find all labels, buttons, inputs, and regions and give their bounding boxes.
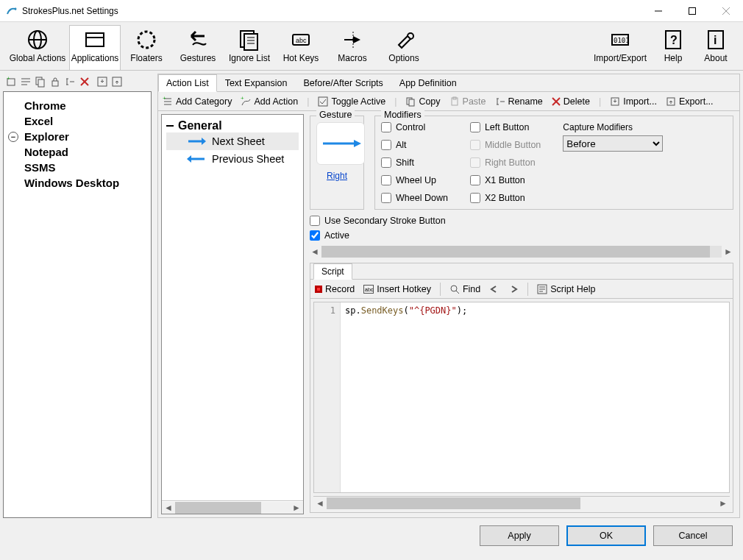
app-windows-desktop[interactable]: Windows Desktop [4,175,151,191]
app-sidebar: + ChromeExcel−ExplorerNotepadSSMSWindows… [3,74,152,518]
ribbon-applications[interactable]: Applications [69,25,121,70]
capture-select[interactable]: Before [563,135,663,152]
import-button[interactable]: Import... [610,96,657,107]
ribbon-help[interactable]: ?Help [652,26,694,70]
lock-icon[interactable] [49,75,62,88]
ribbon-global-actions[interactable]: Global Actions [6,26,69,70]
app-label: SSMS [24,161,56,174]
add-app-icon[interactable]: + [4,75,18,88]
x1-button-checkbox[interactable]: X1 Button [470,175,541,185]
content-panel: Action ListText ExpansionBefore/After Sc… [157,74,740,518]
ribbon-import-export[interactable]: 0101Import/Export [589,26,652,70]
svg-marker-19 [353,36,360,43]
ribbon-about[interactable]: iAbout [694,26,737,70]
delete-button[interactable]: Delete [552,96,590,107]
ribbon-macros[interactable]: Macros [327,26,378,70]
export-button[interactable]: Export... [666,96,714,107]
floaters-icon [135,27,157,52]
app-label: Excel [24,115,53,127]
svg-text:abc: abc [365,287,374,292]
app-label: Notepad [24,146,68,158]
insert-hotkey-button[interactable]: abcInsert Hotkey [363,284,431,294]
app-chrome[interactable]: Chrome [4,98,151,113]
active-checkbox[interactable]: Active [310,230,733,241]
tab-app-definition[interactable]: App Definition [391,74,465,91]
collapse-icon[interactable]: − [8,132,18,142]
delete-app-icon[interactable] [78,75,91,88]
find-next-button[interactable] [508,285,519,294]
copy-button[interactable]: Copy [405,96,440,107]
record-button[interactable]: Record [315,284,355,294]
ribbon-label: Ignore List [229,53,270,63]
collapse-icon[interactable] [166,125,174,127]
gesture-legend: Gesture [316,110,355,120]
ribbon-options[interactable]: Options [378,26,430,70]
ribbon-ignore-list[interactable]: Ignore List [224,26,275,70]
ok-button[interactable]: OK [566,525,646,546]
shift-checkbox[interactable]: Shift [381,157,448,168]
script-help-button[interactable]: Script Help [537,284,595,294]
ribbon-floaters[interactable]: Floaters [121,26,172,70]
scroll-right-icon[interactable]: ► [290,502,303,514]
action-tree[interactable]: General Next SheetPrevious Sheet ◄ ► [161,114,304,514]
maximize-button[interactable] [675,0,709,22]
app-excel[interactable]: Excel [4,113,151,129]
wheelup-checkbox[interactable]: Wheel Up [381,175,448,185]
svg-marker-50 [187,155,191,163]
ribbon-gestures[interactable]: Gestures [172,26,224,70]
toggle-regex-icon[interactable] [19,75,32,88]
ribbon-label: Help [664,53,683,63]
rename-app-icon[interactable] [63,75,77,88]
toggle-active-button[interactable]: Toggle Active [318,96,385,107]
apply-button[interactable]: Apply [480,525,559,546]
app-ssms[interactable]: SSMS [4,160,151,175]
export-app-icon[interactable] [110,75,124,88]
wheeldown-checkbox[interactable]: Wheel Down [381,193,448,203]
scroll-right-icon[interactable]: ► [723,247,733,257]
find-button[interactable]: Find [449,284,480,294]
action-item[interactable]: Next Sheet [166,132,299,150]
gesture-link[interactable]: Right [316,165,358,181]
category-row[interactable]: General [166,119,299,132]
add-category-button[interactable]: +Add Category [163,96,232,107]
rename-button[interactable]: Rename [495,96,543,107]
control-checkbox[interactable]: Control [381,122,448,132]
close-button[interactable] [709,0,743,22]
gesture-fieldset: Gesture Right [310,116,364,210]
minimize-button[interactable] [641,0,675,22]
svg-text:?: ? [670,34,678,46]
scroll-right-icon[interactable]: ► [717,497,730,509]
tree-hscroll[interactable]: ◄ ► [162,500,303,514]
import-app-icon[interactable] [96,75,109,88]
app-explorer[interactable]: −Explorer [4,129,151,144]
scroll-left-icon[interactable]: ◄ [313,497,327,509]
code-hscroll[interactable]: ◄ ► [313,496,730,509]
svg-point-10 [138,32,154,48]
tab-action-list[interactable]: Action List [158,74,217,92]
find-prev-button[interactable] [489,285,500,294]
action-item[interactable]: Previous Sheet [166,150,299,168]
svg-line-56 [456,291,459,294]
gesture-preview[interactable] [316,122,365,165]
left-button-checkbox[interactable]: Left Button [470,122,541,132]
tab-before-after-scripts[interactable]: Before/After Scripts [295,74,391,91]
middle-button-checkbox: Middle Button [470,140,541,150]
app-notepad[interactable]: Notepad [4,144,151,160]
secondary-stroke-checkbox[interactable]: Use Secondary Stroke Button [310,216,733,226]
scroll-left-icon[interactable]: ◄ [162,502,175,514]
add-action-button[interactable]: +Add Action [241,96,298,107]
tab-text-expansion[interactable]: Text Expansion [217,74,296,91]
scroll-left-icon[interactable]: ◄ [310,247,320,257]
x2-button-checkbox[interactable]: X2 Button [470,193,541,203]
ribbon: Global ActionsApplicationsFloatersGestur… [0,22,743,71]
form-hscroll[interactable]: ◄ ► [310,245,733,258]
script-tab[interactable]: Script [313,263,352,280]
alt-checkbox[interactable]: Alt [381,140,448,150]
ribbon-hot-keys[interactable]: abcHot Keys [275,26,327,70]
script-toolbar: Record abcInsert Hotkey Find Script Help [310,280,733,299]
code-editor[interactable]: 1 sp.SendKeys("^{PGDN}"); [313,302,730,493]
duplicate-icon[interactable] [34,75,47,88]
cancel-button[interactable]: Cancel [653,525,733,546]
about-icon: i [705,27,727,52]
app-list[interactable]: ChromeExcel−ExplorerNotepadSSMSWindows D… [3,91,152,518]
